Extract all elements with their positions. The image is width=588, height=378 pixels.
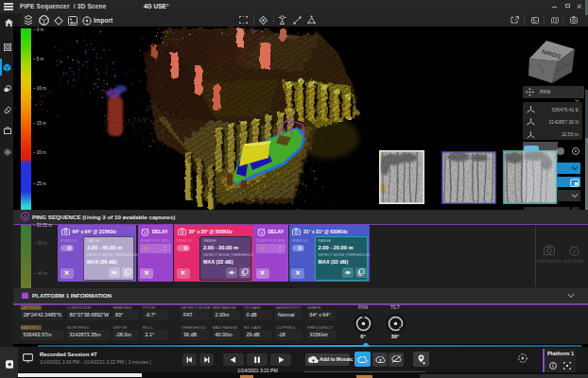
svg-text:z: z [260,230,263,234]
svg-text:z: z [144,230,147,234]
svg-text:z: z [573,249,576,254]
